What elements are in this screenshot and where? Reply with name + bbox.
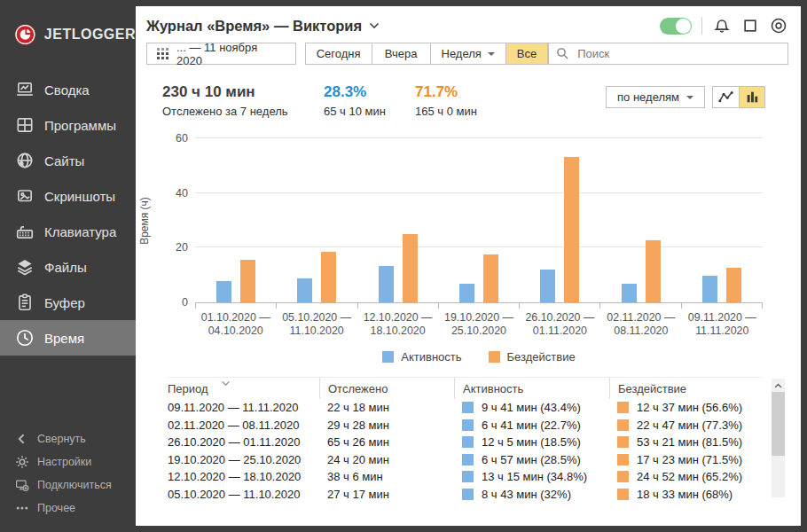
idle-cell: 18 ч 33 мин (68%): [637, 488, 733, 501]
activity-header-label: Активность: [463, 382, 523, 395]
main-content: Журнал «Время» — Виктория: [136, 6, 801, 526]
bar-group: [276, 138, 356, 302]
chart: Время (ч) 0204060 01.10.2020 —04.10.2020…: [136, 138, 801, 364]
scrollbar-track[interactable]: [772, 392, 785, 497]
sidebar-item-screenshots[interactable]: Скриншоты: [0, 178, 136, 214]
sidebar-item-connect[interactable]: Подключиться: [15, 473, 112, 497]
group-by-dropdown[interactable]: по неделям: [606, 86, 705, 108]
bar-idle[interactable]: [240, 260, 255, 302]
scrollbar-up-arrow[interactable]: [772, 379, 785, 392]
activity-cell: 12 ч 5 мин (18.5%): [482, 435, 581, 449]
table-row[interactable]: 12.10.2020 — 18.10.2020 38 ч 6 мин 13 ч …: [168, 468, 762, 486]
idle-cell: 17 ч 23 мин (71.5%): [637, 453, 742, 466]
idle-time: 165 ч 0 мин: [415, 105, 477, 118]
activity-percent: 28.3%: [324, 83, 415, 101]
sidebar-item-summary[interactable]: Сводка: [0, 72, 136, 107]
stats-bar: 230 ч 10 мин Отслежено за 7 недель 28.3%…: [162, 83, 765, 118]
sidebar-item-more[interactable]: Прочее: [15, 497, 112, 520]
today-label: Сегодня: [317, 47, 361, 60]
week-dropdown-button[interactable]: Неделя: [430, 43, 506, 65]
idle-color-swatch: [489, 351, 500, 363]
table-row[interactable]: 09.11.2020 — 11.11.2020 22 ч 18 мин 9 ч …: [168, 399, 762, 417]
table-row[interactable]: 05.10.2020 — 11.10.2020 27 ч 17 мин 8 ч …: [168, 486, 762, 504]
settings-icon: [15, 455, 29, 469]
sidebar-item-clipboard[interactable]: Буфер: [0, 285, 136, 320]
sidebar-item-label: Сводка: [44, 82, 90, 98]
y-tick-label: 40: [158, 187, 188, 200]
bar-activity[interactable]: [379, 266, 394, 302]
table-row[interactable]: 02.11.2020 — 08.11.2020 29 ч 28 мин 6 ч …: [168, 417, 762, 434]
tracked-cell: 38 ч 6 мин: [327, 470, 383, 483]
bar-activity[interactable]: [622, 284, 637, 302]
bar-activity[interactable]: [216, 281, 231, 302]
bar-activity[interactable]: [297, 278, 312, 302]
column-header-period[interactable]: Период: [168, 378, 319, 399]
bar-idle[interactable]: [403, 234, 418, 302]
activity-swatch: [462, 419, 474, 431]
sidebar-item-label: Файлы: [44, 260, 87, 275]
chevron-up-icon: [774, 383, 782, 388]
table-row[interactable]: 26.10.2020 — 01.11.2020 65 ч 26 мин 12 ч…: [168, 434, 762, 451]
sidebar-item-keyboard[interactable]: Клавиатура: [0, 214, 136, 249]
sidebar-item-label: Буфер: [44, 295, 85, 310]
divider: [701, 17, 702, 35]
sidebar-item-settings[interactable]: Настройки: [15, 450, 112, 473]
bar-activity[interactable]: [540, 270, 555, 302]
idle-swatch: [617, 471, 629, 482]
sidebar-item-time[interactable]: Время: [0, 320, 136, 356]
x-axis-tick: [682, 303, 763, 309]
column-header-idle[interactable]: Бездействие: [609, 378, 762, 399]
sidebar-item-sites[interactable]: Сайты: [0, 143, 136, 178]
stat-total-tracked: 230 ч 10 мин Отслежено за 7 недель: [162, 83, 324, 118]
date-range-button[interactable]: ... — 11 ноября 2020: [146, 43, 296, 65]
collapse-icon: [15, 432, 29, 446]
bell-icon[interactable]: [712, 16, 732, 35]
scrollbar-thumb[interactable]: [772, 392, 785, 456]
line-chart-icon: [718, 90, 733, 104]
screenshots-icon: [15, 186, 35, 206]
idle-swatch: [617, 489, 629, 500]
bar-idle[interactable]: [726, 268, 741, 302]
sidebar-item-collapse[interactable]: Свернуть: [15, 427, 112, 450]
date-range-text: ... — 11 ноября 2020: [176, 41, 286, 67]
activity-time: 65 ч 10 мин: [324, 105, 415, 118]
yesterday-button[interactable]: Вчера: [372, 43, 431, 65]
line-chart-button[interactable]: [713, 87, 739, 107]
sidebar-item-programs[interactable]: Программы: [0, 107, 136, 143]
idle-percent: 71.7%: [415, 83, 477, 101]
table-header: Период Отслежено Активность Бездействие: [168, 377, 762, 399]
bar-idle[interactable]: [564, 157, 579, 302]
table-scrollbar[interactable]: [772, 379, 785, 497]
bar-idle[interactable]: [321, 252, 336, 302]
app-logo: JETLOGGER: [0, 6, 136, 52]
activity-cell: 8 ч 43 мин (32%): [482, 488, 571, 501]
bar-chart-button[interactable]: [739, 87, 764, 107]
column-header-tracked[interactable]: Отслежено: [319, 378, 454, 399]
column-header-activity[interactable]: Активность: [454, 378, 609, 399]
table-row[interactable]: 19.10.2020 — 25.10.2020 24 ч 20 мин 6 ч …: [168, 451, 762, 469]
stat-idle: 71.7% 165 ч 0 мин: [415, 83, 477, 118]
y-tick-label: 0: [158, 296, 188, 309]
bar-idle[interactable]: [483, 254, 498, 302]
tracking-toggle[interactable]: [660, 18, 692, 35]
bar-idle[interactable]: [646, 240, 661, 302]
y-tick-label: 60: [158, 132, 188, 145]
x-axis-tick: [277, 303, 357, 309]
page-title[interactable]: Журнал «Время» — Виктория: [146, 18, 380, 35]
bar-activity[interactable]: [459, 284, 474, 302]
today-button[interactable]: Сегодня: [305, 43, 372, 65]
all-button[interactable]: Все: [505, 43, 548, 65]
sidebar-nav: Сводка Программы Сайты: [0, 72, 136, 356]
sidebar-item-files[interactable]: Файлы: [0, 249, 136, 285]
chart-type-toggle: [712, 86, 765, 108]
eye-icon[interactable]: [769, 16, 788, 35]
maximize-icon[interactable]: [741, 17, 759, 35]
period-cell: 05.10.2020 — 11.10.2020: [168, 488, 300, 501]
sidebar-item-label: Время: [44, 331, 84, 346]
summary-icon: [15, 80, 35, 99]
activity-swatch: [462, 436, 474, 448]
sort-chevron-icon[interactable]: [221, 380, 231, 387]
x-axis-label: 19.10.2020 —25.10.2020: [438, 311, 519, 338]
bar-activity[interactable]: [702, 276, 717, 302]
search-input[interactable]: [576, 46, 780, 61]
